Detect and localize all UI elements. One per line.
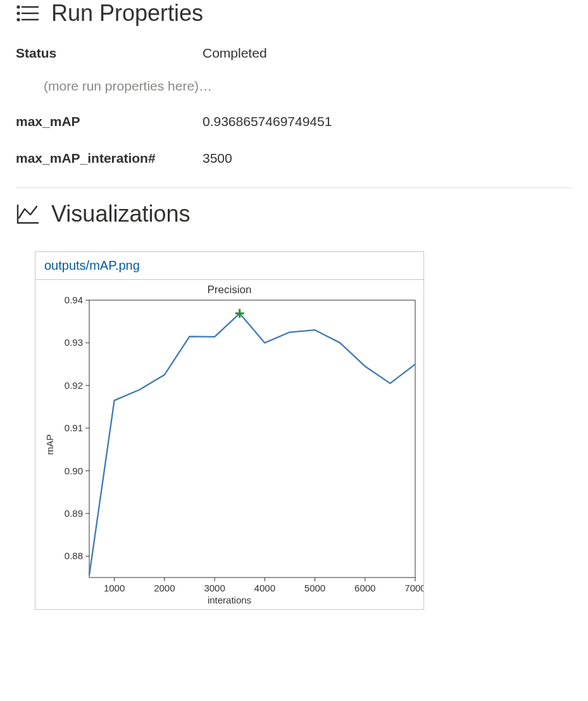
svg-point-2 bbox=[18, 13, 20, 15]
max-map-iter-value: 3500 bbox=[203, 151, 232, 166]
visualizations-section: Visualizations outputs/mAP.png Precision… bbox=[16, 201, 572, 610]
visualizations-title: Visualizations bbox=[51, 201, 190, 227]
svg-text:6000: 6000 bbox=[354, 583, 375, 593]
section-divider bbox=[16, 187, 572, 188]
list-icon bbox=[16, 1, 40, 25]
svg-text:5000: 5000 bbox=[304, 583, 325, 593]
status-value: Completed bbox=[203, 46, 267, 61]
svg-text:0.88: 0.88 bbox=[65, 550, 83, 561]
svg-text:0.91: 0.91 bbox=[65, 422, 83, 433]
property-row-max-map-iter: max_mAP_interation# 3500 bbox=[16, 151, 572, 166]
chart-title: Precision bbox=[35, 284, 423, 296]
visualizations-header: Visualizations bbox=[16, 201, 572, 227]
svg-text:2000: 2000 bbox=[154, 583, 175, 593]
svg-text:0.90: 0.90 bbox=[65, 465, 83, 476]
property-row-status: Status Completed bbox=[16, 46, 572, 61]
svg-text:0.89: 0.89 bbox=[65, 508, 83, 519]
svg-text:3000: 3000 bbox=[204, 583, 225, 593]
svg-rect-6 bbox=[89, 300, 415, 578]
svg-point-0 bbox=[18, 6, 20, 8]
svg-text:0.92: 0.92 bbox=[65, 380, 83, 391]
svg-text:0.93: 0.93 bbox=[65, 337, 83, 348]
chart-svg: 0.880.890.900.910.920.930.94100020003000… bbox=[35, 280, 423, 609]
max-map-iter-label: max_mAP_interation# bbox=[16, 151, 203, 166]
chart-ylabel: mAP bbox=[44, 434, 55, 455]
run-properties-header: Run Properties bbox=[16, 0, 572, 27]
chart-body: Precision mAP interations 0.880.890.900.… bbox=[35, 280, 423, 609]
svg-text:4000: 4000 bbox=[254, 583, 275, 593]
chart-card: outputs/mAP.png Precision mAP interation… bbox=[35, 251, 424, 610]
run-properties-title: Run Properties bbox=[51, 0, 203, 27]
status-label: Status bbox=[16, 46, 203, 61]
run-properties-section: Run Properties Status Completed (more ru… bbox=[16, 0, 572, 166]
more-properties-placeholder: (more run properties here)… bbox=[44, 79, 572, 94]
max-map-label: max_mAP bbox=[16, 114, 203, 129]
chart-tab[interactable]: outputs/mAP.png bbox=[35, 252, 423, 280]
svg-text:7000: 7000 bbox=[404, 583, 423, 593]
svg-text:1000: 1000 bbox=[104, 583, 125, 593]
chart-xlabel: interations bbox=[35, 595, 423, 605]
line-chart-icon bbox=[16, 202, 40, 226]
max-map-value: 0.9368657469749451 bbox=[203, 114, 332, 129]
svg-point-4 bbox=[18, 19, 20, 21]
property-row-max-map: max_mAP 0.9368657469749451 bbox=[16, 114, 572, 129]
